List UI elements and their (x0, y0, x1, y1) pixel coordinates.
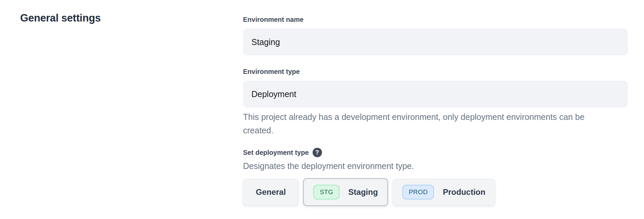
deployment-type-label-row: Set deployment type ? (243, 148, 628, 157)
environment-type-help-text: This project already has a development e… (243, 110, 616, 137)
deployment-option-production[interactable]: PROD Production (393, 179, 495, 206)
question-mark-icon[interactable]: ? (313, 148, 322, 157)
environment-type-label: Environment type (243, 67, 628, 76)
deployment-option-staging-label: Staging (348, 187, 378, 197)
deployment-option-production-label: Production (443, 187, 485, 197)
environment-name-label: Environment name (243, 15, 628, 24)
set-deployment-type-label: Set deployment type (243, 148, 309, 157)
environment-type-input[interactable] (243, 81, 628, 107)
page-title: General settings (20, 12, 101, 24)
staging-badge: STG (313, 185, 339, 200)
deployment-option-staging[interactable]: STG Staging (303, 178, 388, 206)
deployment-option-general[interactable]: General (243, 179, 298, 206)
deployment-option-general-label: General (256, 187, 286, 197)
environment-name-input[interactable] (243, 29, 628, 55)
deployment-type-description: Designates the deployment environment ty… (243, 160, 628, 172)
deployment-type-options: General STG Staging PROD Production (243, 178, 628, 206)
general-settings-page: General settings Environment name Enviro… (0, 0, 644, 219)
production-badge: PROD (402, 185, 434, 200)
settings-form: Environment name Environment type This p… (243, 15, 628, 206)
